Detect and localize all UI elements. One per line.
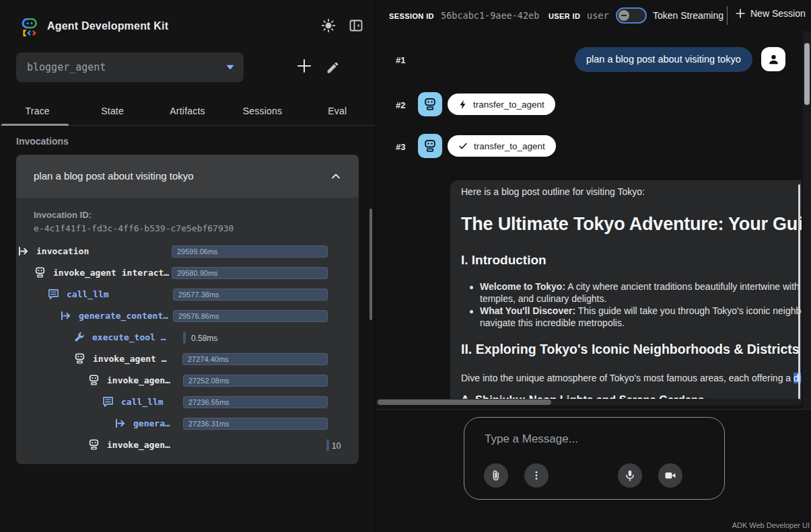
- vertical-scrollbar[interactable]: [803, 31, 811, 409]
- tab-sessions[interactable]: Sessions: [225, 100, 299, 125]
- tab-trace[interactable]: Trace: [0, 100, 75, 125]
- attach-file-button[interactable]: [484, 463, 508, 488]
- span-label: call_llm: [67, 289, 109, 299]
- message-input-section: ADK Web Developer UI: [376, 409, 811, 532]
- footer-label: ADK Web Developer UI: [732, 521, 810, 529]
- event-index[interactable]: #2: [396, 100, 405, 110]
- agent-avatar: [418, 134, 442, 158]
- plus-icon: [735, 8, 746, 19]
- wrench-icon: [73, 332, 85, 343]
- trace-row-3[interactable]: generate_content…29576.86ms: [0, 305, 343, 327]
- card-scrollbar[interactable]: [798, 184, 800, 400]
- tool-call-label: transfer_to_agent: [473, 100, 544, 110]
- trace-row-1[interactable]: invoke_agent interact…29580.90ms: [0, 262, 343, 284]
- duration-value: 29576.86ms: [174, 311, 327, 321]
- robot-icon: [423, 139, 437, 153]
- message-box: [464, 417, 725, 500]
- duration-value: 27236.31ms: [184, 418, 327, 429]
- microphone-button[interactable]: [618, 463, 642, 488]
- tab-bar: Trace State Artifacts Sessions Eval: [0, 100, 375, 125]
- session-id-label: SESSION ID: [389, 12, 434, 20]
- tab-eval[interactable]: Eval: [300, 100, 375, 125]
- trace-row-0[interactable]: invocation29599.06ms: [0, 241, 343, 262]
- person-icon: [767, 53, 780, 66]
- more-options-button[interactable]: [524, 463, 549, 488]
- duration-bar: 27274.40ms: [182, 353, 328, 365]
- tool-response-chip[interactable]: transfer_to_agent: [448, 135, 556, 157]
- adk-logo-icon: [19, 16, 40, 38]
- message-input[interactable]: [485, 432, 700, 446]
- span-label: call_llm: [121, 397, 164, 407]
- robot-icon: [423, 98, 437, 111]
- video-button[interactable]: [658, 463, 682, 488]
- bullet-1-line-2: temples, and culinary delights.: [480, 293, 606, 304]
- edit-button[interactable]: [323, 58, 342, 77]
- tab-state[interactable]: State: [75, 100, 149, 125]
- tool-response-label: transfer_to_agent: [474, 141, 545, 151]
- event-index[interactable]: #3: [396, 142, 405, 152]
- duration-value: 29580.90ms: [172, 268, 327, 278]
- duration-bar: 29576.86ms: [173, 310, 328, 322]
- arrow-from-bar-icon: [60, 310, 71, 321]
- duration-value: 0.58ms: [191, 334, 217, 343]
- span-label: invoke_agent interact…: [53, 268, 169, 278]
- trace-row-8[interactable]: genera…27236.31ms: [0, 413, 343, 434]
- trace-row-9[interactable]: invoke_agen…10: [0, 434, 343, 456]
- duration-value: 29577.38ms: [174, 289, 327, 300]
- duration-value: 29599.06ms: [172, 246, 327, 257]
- agent-select-dropdown[interactable]: blogger_agent: [16, 52, 244, 82]
- trace-row-7[interactable]: call_llm27236.55ms: [0, 391, 343, 413]
- pencil-icon: [326, 61, 340, 75]
- horizontal-rule: [461, 204, 802, 204]
- check-icon: [458, 141, 468, 151]
- active-tab-indicator: [1, 124, 69, 126]
- span-label: invoke_agen…: [107, 375, 170, 385]
- robot-icon: [88, 439, 100, 451]
- plus-icon: [295, 57, 313, 75]
- tool-call-chip[interactable]: transfer_to_agent: [448, 93, 555, 115]
- chevron-up-icon: [330, 171, 341, 182]
- trace-row-2[interactable]: call_llm29577.38ms: [0, 284, 343, 305]
- add-session-button[interactable]: [295, 56, 314, 75]
- user-id-label: USER ID: [549, 12, 580, 20]
- tab-artifacts[interactable]: Artifacts: [150, 100, 225, 125]
- chat-panel: SESSION ID 56bcabc1-9aee-42eb USER ID us…: [376, 0, 811, 532]
- arrow-from-bar-icon: [17, 245, 29, 257]
- collapse-panel-button[interactable]: [347, 16, 365, 35]
- microphone-icon: [624, 469, 636, 482]
- duration-value: 10: [332, 441, 341, 451]
- chat-bubble-icon: [48, 289, 59, 300]
- duration-value: 27236.55ms: [184, 397, 327, 408]
- bullet-marker: [470, 286, 473, 289]
- bullet-2-line-1: What You'll Discover: This guide will ta…: [480, 305, 802, 316]
- trace-row-5[interactable]: invoke_agent …27274.40ms: [0, 348, 343, 370]
- horizontal-scrollbar[interactable]: [376, 399, 802, 406]
- sun-icon: [320, 17, 337, 34]
- trace-row-4[interactable]: execute_tool …0.58ms: [0, 327, 343, 348]
- left-panel-scrollbar[interactable]: [369, 208, 372, 320]
- token-streaming-label: Token Streaming: [653, 10, 724, 21]
- event-index[interactable]: #1: [396, 55, 405, 65]
- panel-collapse-icon: [348, 17, 364, 34]
- vertical-scrollbar-thumb[interactable]: [804, 43, 810, 105]
- user-avatar: [761, 47, 785, 71]
- theme-toggle-button[interactable]: [319, 16, 338, 35]
- duration-bar: 27236.55ms: [183, 396, 328, 408]
- horizontal-scrollbar-thumb[interactable]: [378, 400, 551, 405]
- blog-paragraph: Dive into the unique atmosphere of Tokyo…: [461, 373, 802, 383]
- duration-bar: 29599.06ms: [172, 245, 328, 258]
- invocation-card-header[interactable]: plan a blog post about visiting tokyo: [16, 155, 359, 198]
- invocations-section-label: Invocations: [16, 136, 69, 147]
- adk-web-ui: Agent Development Kit blogger_agent: [0, 0, 811, 532]
- user-message-bubble: plan a blog post about visiting tokyo: [575, 47, 752, 72]
- response-intro-text: Here is a blog post outline for visiting…: [461, 186, 645, 197]
- new-session-button[interactable]: New Session: [735, 8, 806, 19]
- trace-row-6[interactable]: invoke_agen…27252.08ms: [0, 370, 343, 391]
- token-streaming-toggle[interactable]: [616, 7, 647, 24]
- video-camera-icon: [664, 469, 676, 482]
- span-label: generate_content…: [79, 311, 168, 321]
- left-panel: Agent Development Kit blogger_agent: [0, 0, 375, 532]
- span-label: execute_tool …: [92, 332, 166, 342]
- duration-bar: [326, 439, 329, 451]
- span-label: invoke_agent …: [93, 354, 167, 364]
